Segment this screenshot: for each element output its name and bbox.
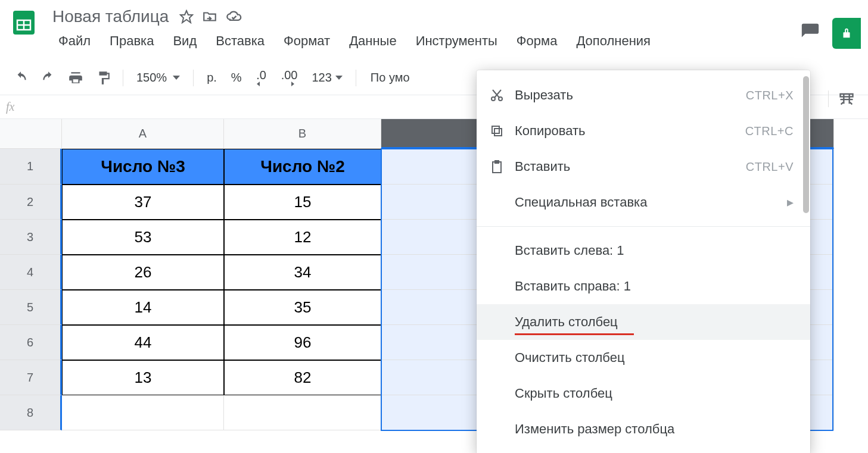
toolbar-right <box>823 87 860 111</box>
ctx-paste-special[interactable]: Специальная вставка ▸ <box>477 185 810 220</box>
redo-button[interactable] <box>36 67 61 89</box>
ctx-label: Копировать <box>515 123 745 139</box>
ctx-resize-column[interactable]: Изменить размер столбца <box>477 411 810 447</box>
number-format-button[interactable]: 123 <box>306 68 348 87</box>
cell[interactable]: 44 <box>62 325 224 360</box>
svg-rect-11 <box>495 161 499 163</box>
doc-title[interactable]: Новая таблица <box>50 6 171 27</box>
undo-button[interactable] <box>8 67 33 89</box>
cell[interactable]: 15 <box>224 185 381 220</box>
move-folder-icon[interactable] <box>202 9 217 24</box>
ctx-copy[interactable]: Копировать CTRL+C <box>477 113 810 149</box>
cell[interactable]: Число №2 <box>224 149 381 185</box>
menu-insert[interactable]: Вставка <box>207 31 273 51</box>
toolbar-separator <box>356 70 356 86</box>
row-header[interactable]: 8 <box>0 395 62 430</box>
svg-rect-5 <box>841 94 853 97</box>
menu-edit[interactable]: Правка <box>101 31 162 51</box>
ctx-label: Очистить столбец <box>490 350 794 365</box>
row-header[interactable]: 6 <box>0 325 62 360</box>
chevron-down-icon <box>173 76 180 80</box>
menubar: Файл Правка Вид Вставка Формат Данные Ин… <box>50 31 800 51</box>
ctx-label: Удалить столбец <box>490 314 794 330</box>
sheets-logo[interactable] <box>7 6 41 39</box>
cell[interactable]: 82 <box>224 360 381 395</box>
toolbar-separator <box>123 70 123 86</box>
cell[interactable]: 13 <box>62 360 224 395</box>
chevron-right-icon: ▸ <box>787 195 794 210</box>
ctx-separator <box>477 226 810 227</box>
menu-format[interactable]: Формат <box>275 31 338 51</box>
ctx-cut[interactable]: Вырезать CTRL+X <box>477 77 810 113</box>
ctx-label: Вставить слева: 1 <box>490 243 794 258</box>
copy-icon <box>490 124 515 138</box>
ctx-label: Изменить размер столбца <box>490 421 794 437</box>
decrease-decimal-button[interactable]: .0 <box>250 67 273 89</box>
ctx-label: Вставить <box>515 159 746 174</box>
menu-addons[interactable]: Дополнения <box>568 31 659 51</box>
cell[interactable]: Число №3 <box>62 149 224 185</box>
paste-icon <box>490 160 515 174</box>
cell[interactable]: 96 <box>224 325 381 360</box>
row-header[interactable]: 4 <box>0 255 62 290</box>
menu-view[interactable]: Вид <box>164 31 205 51</box>
ctx-delete-column[interactable]: Удалить столбец <box>477 304 810 340</box>
cell[interactable]: 12 <box>224 220 381 255</box>
cell[interactable]: 14 <box>62 290 224 325</box>
toolbar-separator <box>193 70 194 86</box>
filter-views-button[interactable] <box>833 87 860 111</box>
svg-marker-4 <box>181 11 192 23</box>
paint-format-button[interactable] <box>91 67 116 89</box>
percent-button[interactable]: % <box>225 68 248 87</box>
title-row: Новая таблица <box>50 6 800 31</box>
cloud-saved-icon[interactable] <box>226 8 242 25</box>
cell[interactable] <box>62 395 224 430</box>
ctx-insert-right[interactable]: Вставить справа: 1 <box>477 268 810 304</box>
cell[interactable]: 35 <box>224 290 381 325</box>
ctx-shortcut: CTRL+C <box>745 124 794 138</box>
ctx-label: Вставить справа: 1 <box>490 279 794 294</box>
share-button[interactable] <box>832 18 861 49</box>
ctx-label: Специальная вставка <box>490 195 787 210</box>
menu-tools[interactable]: Инструменты <box>407 31 506 51</box>
row-header[interactable]: 1 <box>0 149 62 185</box>
increase-decimal-button[interactable]: .00 <box>275 67 304 89</box>
cell[interactable]: 34 <box>224 255 381 290</box>
menu-form[interactable]: Форма <box>508 31 566 51</box>
col-header-a[interactable]: A <box>62 119 224 149</box>
cut-icon <box>490 88 515 102</box>
ctx-insert-left[interactable]: Вставить слева: 1 <box>477 233 810 268</box>
row-header[interactable]: 7 <box>0 360 62 395</box>
cell[interactable] <box>224 395 381 430</box>
ctx-shortcut: CTRL+V <box>746 160 794 174</box>
print-button[interactable] <box>63 67 88 89</box>
col-header-b[interactable]: B <box>224 119 381 149</box>
row-header[interactable]: 5 <box>0 290 62 325</box>
context-menu: Вырезать CTRL+X Копировать CTRL+C Встави… <box>477 70 810 453</box>
comments-icon[interactable] <box>800 22 820 45</box>
font-select[interactable]: По умо <box>363 68 417 87</box>
header-right <box>800 6 861 49</box>
cell[interactable]: 37 <box>62 185 224 220</box>
cell[interactable]: 53 <box>62 220 224 255</box>
menu-file[interactable]: Файл <box>50 31 99 51</box>
select-all-corner[interactable] <box>0 119 62 149</box>
menu-data[interactable]: Данные <box>341 31 405 51</box>
fx-label: fx <box>6 100 14 114</box>
scrollbar-thumb[interactable] <box>803 76 809 213</box>
toolbar-separator <box>828 90 829 107</box>
highlight-underline <box>515 333 634 335</box>
svg-rect-8 <box>494 129 502 136</box>
ctx-clear-column[interactable]: Очистить столбец <box>477 340 810 376</box>
currency-button[interactable]: р. <box>201 68 223 87</box>
header: Новая таблица Файл Правка Вид Вставка Фо… <box>0 0 868 51</box>
star-icon[interactable] <box>179 10 194 24</box>
row-header[interactable]: 2 <box>0 185 62 220</box>
cell[interactable]: 26 <box>62 255 224 290</box>
row-header[interactable]: 3 <box>0 220 62 255</box>
ctx-hide-column[interactable]: Скрыть столбец <box>477 376 810 411</box>
chevron-down-icon <box>335 76 343 80</box>
zoom-select[interactable]: 150% <box>130 68 186 87</box>
ctx-paste[interactable]: Вставить CTRL+V <box>477 149 810 185</box>
ctx-shortcut: CTRL+X <box>746 89 794 102</box>
